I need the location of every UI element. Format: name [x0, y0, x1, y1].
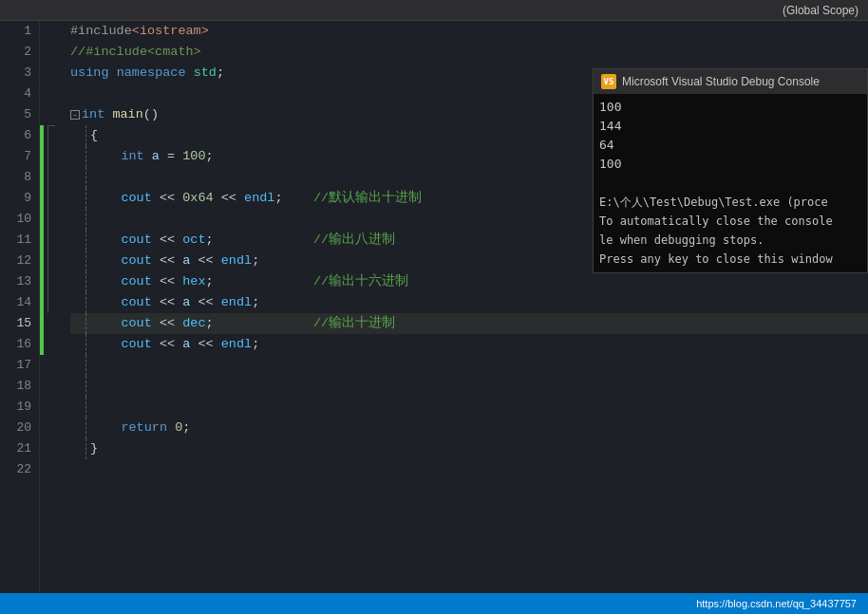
debug-console: VS Microsoft Visual Studio Debug Console…: [593, 68, 868, 273]
line-num-22: 22: [12, 459, 31, 480]
code-line-15: cout << dec ; //输出十进制: [70, 313, 868, 334]
console-output-3: 64: [599, 136, 861, 155]
line-num-7: 7: [12, 146, 31, 167]
console-output-6: E:\个人\Test\Debug\Test.exe (proce: [599, 193, 861, 212]
code-line-14: cout << a << endl ;: [70, 292, 868, 313]
line-numbers: 1 2 3 4 5 6 7 8 9 10 11 12 13 14 15 16 1…: [0, 21, 40, 593]
code-line-13: cout << hex ; //输出十六进制: [70, 271, 868, 292]
line-num-13: 13: [12, 271, 31, 292]
debug-console-title: Microsoft Visual Studio Debug Console: [622, 75, 820, 88]
line-num-4: 4: [12, 84, 31, 104]
code-line-19: [70, 397, 868, 418]
line-num-21: 21: [12, 438, 31, 459]
debug-console-title-bar: VS Microsoft Visual Studio Debug Console: [594, 69, 867, 94]
status-bar-url: https://blog.csdn.net/qq_34437757: [696, 598, 857, 609]
console-output-2: 144: [599, 117, 861, 136]
top-bar: (Global Scope): [0, 0, 868, 21]
line-num-3: 3: [12, 63, 31, 84]
line-num-11: 11: [12, 230, 31, 251]
code-line-16: cout << a << endl ;: [70, 334, 868, 355]
line-num-6: 6: [12, 125, 31, 146]
status-bar: https://blog.csdn.net/qq_34437757: [0, 593, 868, 614]
line-num-2: 2: [12, 42, 31, 63]
line-num-19: 19: [12, 397, 31, 418]
code-line-2: //#include<cmath>: [70, 42, 868, 63]
editor-area: 1 2 3 4 5 6 7 8 9 10 11 12 13 14 15 16 1…: [0, 21, 868, 593]
fold-minus-icon[interactable]: -: [70, 110, 80, 120]
debug-console-body: 100 144 64 100 E:\个人\Test\Debug\Test.exe…: [594, 94, 867, 272]
code-line-17: [70, 355, 868, 376]
code-line-1: #include<iostream>: [70, 21, 868, 42]
console-output-1: 100: [599, 98, 861, 117]
scope-label: (Global Scope): [783, 4, 859, 17]
code-line-21: }: [70, 438, 868, 459]
console-output-5: [599, 174, 861, 193]
line-num-20: 20: [12, 418, 31, 438]
left-margin: [40, 21, 61, 593]
line-num-12: 12: [12, 251, 31, 271]
line-num-9: 9: [12, 188, 31, 209]
line-num-1: 1: [12, 21, 31, 42]
console-output-8: le when debugging stops.: [599, 231, 861, 250]
code-line-22: [70, 459, 868, 480]
line-num-15: 15: [12, 313, 31, 334]
line-num-18: 18: [12, 376, 31, 397]
line-num-17: 17: [12, 355, 31, 376]
code-line-18: [70, 376, 868, 397]
line-num-5: 5: [12, 104, 31, 125]
collapse-line: [47, 125, 48, 313]
console-output-7: To automatically close the console: [599, 212, 861, 231]
vs-icon: VS: [601, 74, 616, 89]
line-num-14: 14: [12, 292, 31, 313]
line-num-16: 16: [12, 334, 31, 355]
line-num-8: 8: [12, 167, 31, 188]
green-bar: [40, 125, 44, 355]
console-output-9: Press any key to close this window: [599, 250, 861, 269]
collapse-bracket-top: [47, 125, 55, 126]
console-output-4: 100: [599, 155, 861, 174]
code-line-20: return 0 ;: [70, 418, 868, 438]
line-num-10: 10: [12, 209, 31, 230]
